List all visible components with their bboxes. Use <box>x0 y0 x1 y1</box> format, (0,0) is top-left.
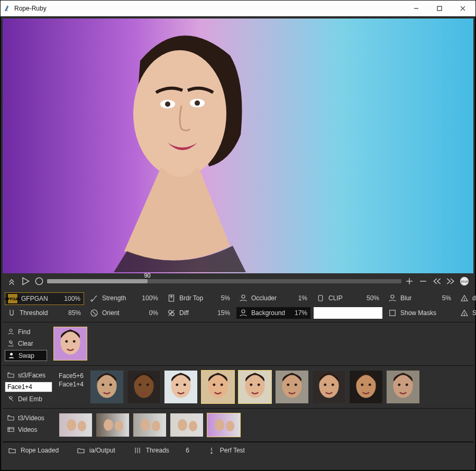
param-occluder[interactable]: Occluder1% <box>236 292 310 304</box>
param-background[interactable]: Background17% <box>236 307 310 319</box>
param-orient[interactable]: Orient0% <box>87 307 161 319</box>
found-face-thumbnail[interactable] <box>53 327 87 361</box>
svg-point-49 <box>213 383 215 386</box>
svg-point-9 <box>35 278 42 284</box>
param-del_x[interactable]: del_x0% <box>457 292 476 304</box>
face-thumbnail[interactable] <box>90 370 124 404</box>
param-value: 85% <box>63 309 84 317</box>
video-thumbnail[interactable] <box>170 413 204 437</box>
video-thumbnail[interactable] <box>133 413 167 437</box>
orient-icon <box>89 308 99 318</box>
zoom-out-icon[interactable] <box>417 275 429 287</box>
perf-test-button[interactable]: Perf Test <box>207 446 245 455</box>
svg-point-25 <box>242 310 245 313</box>
tri-icon <box>460 293 469 303</box>
svg-point-20 <box>391 295 394 298</box>
param-brdr-top[interactable]: Brdr Top5% <box>164 292 233 304</box>
play-button[interactable] <box>20 275 31 287</box>
swap-faces-button[interactable]: Swap <box>5 350 47 361</box>
videos-library-section: t3/Videos Videos <box>3 409 473 442</box>
param-value: 17% <box>289 309 310 317</box>
face-thumbnail[interactable] <box>127 370 161 404</box>
zoom-in-icon[interactable] <box>404 275 415 287</box>
svg-rect-26 <box>390 310 396 316</box>
svg-text:STOP: STOP <box>461 280 468 283</box>
video-preview[interactable] <box>3 19 473 273</box>
find-label: Find <box>18 328 30 336</box>
fastforward-button[interactable] <box>445 275 456 287</box>
delete-embedding-button[interactable]: Del Emb <box>5 394 52 404</box>
param-blur[interactable]: Blur5% <box>386 292 454 304</box>
svg-rect-1 <box>437 6 442 11</box>
clear-faces-button[interactable]: Clear <box>5 338 47 348</box>
output-folder-button[interactable]: ia/Output <box>77 446 115 455</box>
svg-point-81 <box>211 452 212 454</box>
svg-point-44 <box>147 383 149 386</box>
strength-icon <box>89 293 99 303</box>
svg-point-61 <box>361 383 363 386</box>
videos-folder-button[interactable]: t3/Videos <box>5 413 52 423</box>
status-output-label: ia/Output <box>89 447 115 454</box>
param-label: Show Masks <box>399 309 436 317</box>
param-label: Diff <box>178 309 212 317</box>
svg-point-55 <box>287 383 289 386</box>
brdrtop-icon <box>167 293 176 303</box>
sync-up-icon[interactable] <box>6 275 17 287</box>
threads-control[interactable]: Threads 6 <box>133 446 189 455</box>
svg-point-69 <box>104 419 113 431</box>
timeline-scrubber[interactable]: 90 <box>47 279 401 283</box>
stop-button[interactable]: STOP <box>459 275 470 287</box>
face-name-input[interactable]: Face1+4 <box>5 382 52 392</box>
record-button[interactable] <box>33 275 45 287</box>
svg-point-35 <box>65 340 68 343</box>
video-thumbnail[interactable] <box>59 413 93 437</box>
param-gfpgan[interactable]: GFPGANGFPGAN100% <box>5 292 84 305</box>
param-threshold[interactable]: Threshold85% <box>5 307 84 319</box>
param-clip[interactable]: CLIP50% <box>314 292 382 304</box>
face-group-1[interactable]: Face5+6 <box>59 372 84 380</box>
param-label: Threshold <box>19 309 63 317</box>
face-group-2[interactable]: Face1+4 <box>59 381 84 388</box>
face-thumbnail[interactable] <box>349 370 383 404</box>
videos-thumbnail-strip <box>59 413 241 437</box>
param-label: Orient <box>101 309 140 317</box>
close-button[interactable] <box>451 1 474 16</box>
window-controls <box>405 1 474 16</box>
find-faces-button[interactable]: Find <box>5 327 47 337</box>
face-thumbnail[interactable] <box>386 370 420 404</box>
window-title: Rope-Ruby <box>14 5 47 12</box>
svg-point-65 <box>406 383 408 386</box>
video-thumbnail[interactable] <box>207 413 241 437</box>
maximize-button[interactable] <box>428 1 451 16</box>
face-thumbnail[interactable] <box>238 370 272 404</box>
svg-rect-66 <box>8 428 14 432</box>
param-show-masks[interactable]: Show Masks <box>386 307 454 319</box>
param-value: 1% <box>289 294 310 302</box>
output-videos-button[interactable]: Videos <box>5 424 52 435</box>
param-scale[interactable]: Scale0% <box>457 307 476 319</box>
faces-folder-button[interactable]: st3/Faces <box>5 370 52 380</box>
video-thumbnail[interactable] <box>96 413 130 437</box>
param-value: 100% <box>140 294 161 302</box>
rewind-button[interactable] <box>431 275 443 287</box>
face-thumbnail[interactable] <box>275 370 309 404</box>
found-faces-section: Find Clear Swap <box>3 322 473 366</box>
param-diff[interactable]: Diff15% <box>164 307 233 319</box>
load-model-button[interactable]: Rope Loaded <box>8 446 59 455</box>
param-blank[interactable] <box>314 307 382 319</box>
param-strength[interactable]: Strength100% <box>87 292 161 304</box>
svg-point-73 <box>178 419 187 431</box>
svg-line-38 <box>8 396 13 401</box>
minimize-button[interactable] <box>405 1 428 16</box>
face-thumbnail[interactable] <box>164 370 198 404</box>
param-label: Occluder <box>250 294 289 302</box>
svg-point-70 <box>115 421 123 431</box>
param-label: GFPGAN <box>20 295 62 302</box>
param-value: 15% <box>212 309 233 317</box>
face-thumbnail[interactable] <box>312 370 346 404</box>
videos-library-controls: t3/Videos Videos <box>5 413 52 435</box>
timeline-position-label: 90 <box>144 272 150 279</box>
faces-path-label: st3/Faces <box>18 372 45 379</box>
face-thumbnail[interactable] <box>201 370 235 404</box>
svg-point-68 <box>78 421 86 431</box>
